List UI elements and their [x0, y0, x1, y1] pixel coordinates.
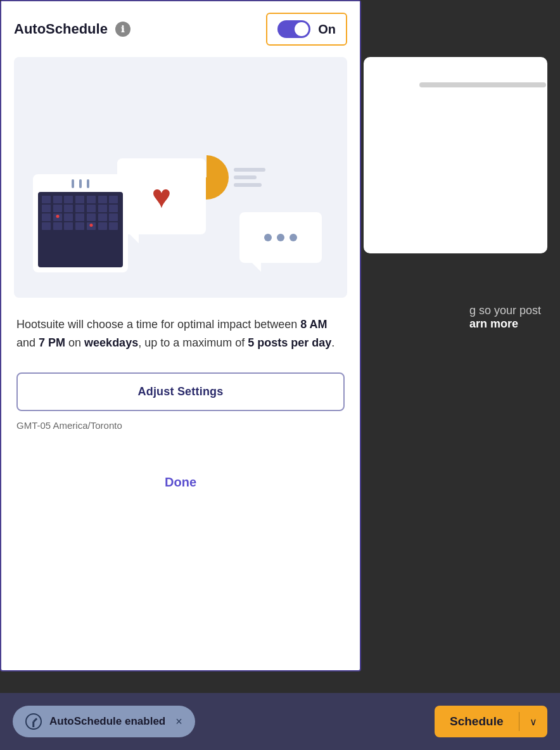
- clock-hand-minute: [33, 721, 35, 727]
- pie-line-1: [234, 168, 265, 172]
- pie-line-2: [234, 175, 257, 179]
- calendar-header: [38, 179, 123, 188]
- adjust-settings-button[interactable]: Adjust Settings: [16, 372, 345, 411]
- cal-cell: [75, 222, 84, 230]
- heart-card: ♥: [117, 158, 206, 234]
- cal-cell: [87, 213, 96, 221]
- chat-dot-3: [290, 234, 297, 241]
- autoschedule-popup: AutoSchedule ℹ On ♥: [0, 0, 361, 671]
- cal-pin-right: [87, 179, 89, 188]
- calendar-grid: [38, 192, 123, 267]
- autoschedule-toggle[interactable]: [277, 20, 310, 38]
- chat-dot-2: [277, 234, 284, 241]
- cal-cell: [42, 196, 51, 203]
- chat-dot-1: [264, 234, 272, 241]
- cal-cell-dot2: [87, 222, 96, 230]
- cal-cell: [98, 205, 107, 212]
- cal-cell: [109, 213, 118, 221]
- cal-cell: [98, 213, 107, 221]
- cal-cell: [64, 205, 73, 212]
- autoschedule-notification: AutoSchedule enabled ×: [13, 706, 195, 737]
- notification-text: AutoSchedule enabled: [49, 715, 165, 728]
- cal-cell: [64, 213, 73, 221]
- description-area: Hootsuite will choose a time for optimal…: [1, 298, 360, 362]
- done-button[interactable]: Done: [1, 456, 360, 509]
- info-icon[interactable]: ℹ: [115, 22, 130, 37]
- cal-cell: [75, 213, 84, 221]
- pie-line-3: [234, 183, 262, 187]
- cal-cell: [75, 205, 84, 212]
- pie-lines: [234, 168, 265, 187]
- scrollbar[interactable]: [419, 82, 546, 87]
- dark-text-line1: g so your post: [469, 304, 541, 317]
- cal-pin-left: [72, 179, 74, 188]
- cal-cell: [87, 205, 96, 212]
- cal-cell-dot: [53, 213, 62, 221]
- toggle-track: [277, 20, 310, 38]
- schedule-button[interactable]: Schedule: [435, 706, 518, 737]
- cal-cell: [98, 196, 107, 203]
- cal-cell: [109, 222, 118, 230]
- cal-cell: [64, 196, 73, 203]
- toggle-thumb: [295, 22, 309, 36]
- cal-cell: [53, 205, 62, 212]
- cal-cell: [98, 222, 107, 230]
- cal-cell: [53, 222, 62, 230]
- cal-cell: [109, 196, 118, 203]
- time-end: 7 PM: [39, 336, 65, 349]
- time-start: 8 AM: [300, 318, 327, 331]
- cal-cell: [75, 196, 84, 203]
- schedule-button-wrapper: Schedule ∨: [435, 706, 547, 737]
- cal-cell: [42, 205, 51, 212]
- cal-cell: [42, 213, 51, 221]
- description-text: Hootsuite will choose a time for optimal…: [16, 315, 345, 352]
- illustration-area: ♥: [14, 57, 347, 298]
- popup-header: AutoSchedule ℹ On: [1, 1, 360, 57]
- timezone-label: GMT-05 America/Toronto: [1, 417, 360, 431]
- chat-card: [239, 212, 322, 263]
- posts-per-day: 5 posts per day: [248, 336, 331, 349]
- close-notification-button[interactable]: ×: [175, 715, 182, 728]
- cal-cell: [87, 196, 96, 203]
- cal-cell: [109, 205, 118, 212]
- dark-bg-text: g so your post arn more: [469, 304, 541, 331]
- popup-title: AutoSchedule: [14, 21, 108, 37]
- days: weekdays: [84, 336, 138, 349]
- toggle-label: On: [318, 22, 336, 37]
- bottom-bar: AutoSchedule enabled × Schedule ∨: [0, 693, 560, 750]
- schedule-dropdown-button[interactable]: ∨: [519, 707, 547, 737]
- clock-icon: [25, 713, 42, 730]
- dark-text-line2: arn more: [469, 317, 541, 331]
- cal-cell: [53, 196, 62, 203]
- calendar-card: [33, 174, 128, 272]
- cal-cell: [64, 222, 73, 230]
- cal-cell: [42, 222, 51, 230]
- toggle-container: On: [266, 13, 347, 46]
- heart-icon: ♥: [152, 180, 172, 213]
- cal-pin-middle: [79, 179, 82, 188]
